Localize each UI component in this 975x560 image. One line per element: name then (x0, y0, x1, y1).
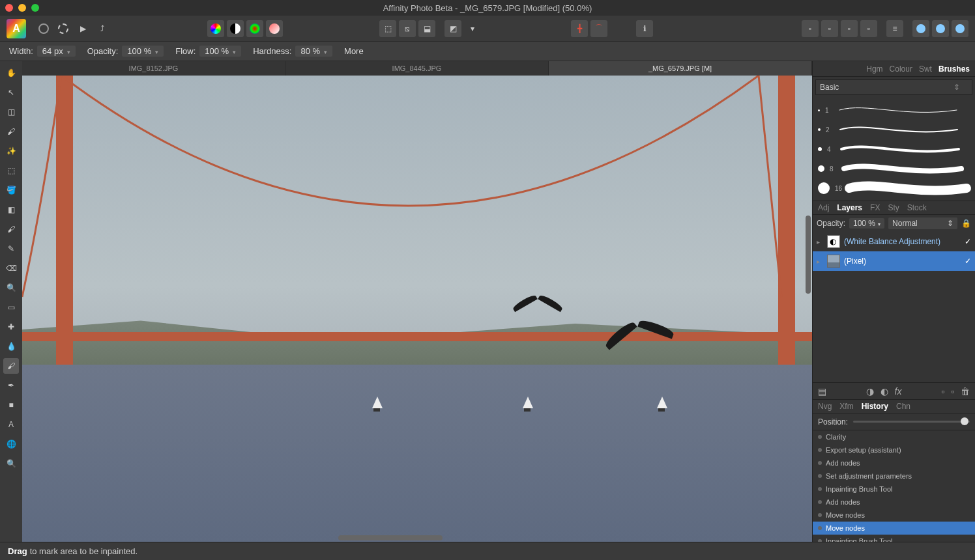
persona-export-icon[interactable]: ⤴ (94, 20, 111, 37)
loupe-icon[interactable]: 🔍 (3, 456, 19, 471)
context-flow-value[interactable]: 100 % (199, 46, 241, 57)
selection-diagonal-icon[interactable]: ⧅ (399, 20, 416, 37)
layer-tab-stock[interactable]: Stock (907, 203, 927, 212)
pan-hand-icon[interactable]: ✋ (3, 65, 19, 81)
magic-wand-icon[interactable]: ✨ (3, 143, 19, 159)
bottom-tab-history[interactable]: History (862, 402, 888, 411)
brush-preset[interactable]: 4 (818, 139, 970, 159)
context-opacity-value[interactable]: 100 % (122, 46, 164, 57)
panel-tab-hgm[interactable]: Hgm (866, 64, 882, 74)
bottom-tab-nvg[interactable]: Nvg (818, 402, 832, 411)
duplicate-layer-icon[interactable]: ▫ (951, 386, 954, 397)
history-item[interactable]: Add nodes (813, 456, 975, 469)
bottom-tab-chn[interactable]: Chn (896, 402, 910, 411)
panel-tab-swt[interactable]: Swt (919, 64, 932, 74)
layer-mask-icon[interactable]: ▤ (818, 386, 826, 397)
document-tab[interactable]: IMG_8152.JPG (22, 61, 285, 76)
quick-mask-icon[interactable]: ◩ (444, 20, 461, 37)
layer-opacity-value[interactable]: 100 % (849, 218, 884, 229)
layer-row[interactable]: ▸(White Balance Adjustment)✓ (813, 232, 975, 251)
history-item[interactable]: Move nodes (813, 522, 975, 535)
inpaint-brush-icon[interactable]: 🖌 (3, 358, 19, 374)
toolbar-lab-icon[interactable] (266, 20, 283, 37)
text-icon[interactable]: A (3, 417, 19, 432)
heal-icon[interactable]: ✚ (3, 319, 19, 335)
clone-icon[interactable]: ✎ (3, 241, 19, 257)
toolbar-color-circle-icon[interactable] (207, 20, 224, 37)
history-slider[interactable] (853, 421, 970, 423)
adjustment-icon[interactable]: ◑ (866, 386, 874, 397)
layer-tab-layers[interactable]: Layers (837, 203, 862, 212)
marquee-icon[interactable]: ⬚ (3, 163, 19, 178)
eraser-icon[interactable]: ⌫ (3, 260, 19, 276)
brush-preset[interactable]: 1 (818, 100, 970, 120)
flood-fill-icon[interactable]: 🪣 (3, 182, 19, 198)
move-arrow-icon[interactable]: ↖ (3, 85, 19, 100)
brush-preset[interactable]: 16 (818, 178, 970, 198)
delete-layer-icon[interactable]: 🗑 (961, 386, 970, 397)
horizontal-scrollbar[interactable] (338, 535, 443, 540)
history-item[interactable]: Move nodes (813, 509, 975, 522)
vertical-scrollbar[interactable] (806, 216, 811, 294)
history-item[interactable]: Inpainting Brush Tool (813, 483, 975, 496)
zoom-window-button[interactable] (31, 4, 39, 12)
toolbar-halfmoon-icon[interactable] (227, 20, 244, 37)
foreground-icon[interactable]: ▭ (3, 300, 19, 315)
blur-icon[interactable]: 💧 (3, 339, 19, 354)
history-item[interactable]: Add nodes (813, 496, 975, 509)
toolbar-rgb-icon[interactable] (246, 20, 263, 37)
layer-row[interactable]: ▸(Pixel)✓ (813, 251, 975, 271)
gradient-icon[interactable]: ◧ (3, 202, 19, 217)
minimize-window-button[interactable] (18, 4, 26, 12)
history-item[interactable]: Set adjustment parameters (813, 469, 975, 483)
context-more-button[interactable]: More (344, 46, 364, 56)
adjust-halfmoon-icon[interactable]: ◐ (880, 386, 888, 397)
panel-tab-brushes[interactable]: Brushes (939, 64, 970, 74)
shape-icon[interactable]: ■ (3, 397, 19, 413)
document-tab[interactable]: IMG_8445.JPG (285, 61, 549, 76)
arrange-front-icon[interactable]: ▫ (860, 20, 877, 37)
context-hardness-value[interactable]: 80 % (295, 46, 332, 57)
history-item[interactable]: Inpainting Brush Tool (813, 535, 975, 542)
panel-tab-colour[interactable]: Colour (890, 64, 912, 74)
mesh-icon[interactable]: 🌐 (3, 436, 19, 452)
boolean-subtract-icon[interactable] (932, 20, 949, 37)
layer-tab-fx[interactable]: FX (870, 203, 880, 212)
align-icon[interactable]: ≡ (886, 20, 903, 37)
disclosure-icon[interactable]: ▸ (817, 258, 823, 265)
arrange-backward-icon[interactable]: ▫ (821, 20, 838, 37)
context-width-value[interactable]: 64 px (37, 46, 76, 57)
history-item[interactable]: Export setup (assistant) (813, 443, 975, 456)
selection-refine-icon[interactable]: ⬓ (418, 20, 435, 37)
arrange-forward-icon[interactable]: ▫ (841, 20, 858, 37)
crop-icon[interactable]: ◫ (3, 104, 19, 120)
persona-develop-icon[interactable]: ▶ (74, 20, 91, 37)
document-tab[interactable]: _MG_6579.JPG [M] (549, 61, 812, 76)
close-window-button[interactable] (5, 4, 13, 12)
bottom-tab-xfm[interactable]: Xfm (839, 402, 853, 411)
visibility-checkbox[interactable]: ✓ (965, 257, 971, 266)
zoom-ellipse-icon[interactable]: 🔍 (3, 280, 19, 296)
snapping-magnet-icon[interactable]: ⌒ (590, 20, 607, 37)
lock-icon[interactable]: 🔒 (961, 219, 971, 228)
selection-marquee-icon[interactable]: ⬚ (379, 20, 396, 37)
new-layer-icon[interactable]: ▫ (941, 386, 944, 397)
fx-icon[interactable]: fx (895, 386, 902, 397)
brush-category-select[interactable]: Basic (815, 79, 972, 95)
pen-icon[interactable]: ✒ (3, 378, 19, 393)
canvas[interactable] (22, 76, 812, 542)
disclosure-icon[interactable]: ▸ (817, 238, 823, 245)
arrange-back-icon[interactable]: ▫ (802, 20, 819, 37)
paint-brush-icon[interactable]: 🖌 (3, 124, 19, 139)
snapping-grid-icon[interactable]: ╋ (571, 20, 588, 37)
quick-mask-dropdown-icon[interactable]: ▾ (464, 20, 481, 37)
boolean-add-icon[interactable] (912, 20, 929, 37)
boolean-intersect-icon[interactable] (952, 20, 968, 37)
layer-tab-adj[interactable]: Adj (818, 203, 829, 212)
persona-photo-icon[interactable] (35, 20, 52, 37)
persona-liquify-icon[interactable] (55, 20, 72, 37)
brush-preset[interactable]: 8 (818, 159, 970, 178)
history-item[interactable]: Clarity (813, 430, 975, 443)
brush-preset[interactable]: 2 (818, 120, 970, 139)
layer-blend-select[interactable]: Normal (888, 217, 957, 229)
